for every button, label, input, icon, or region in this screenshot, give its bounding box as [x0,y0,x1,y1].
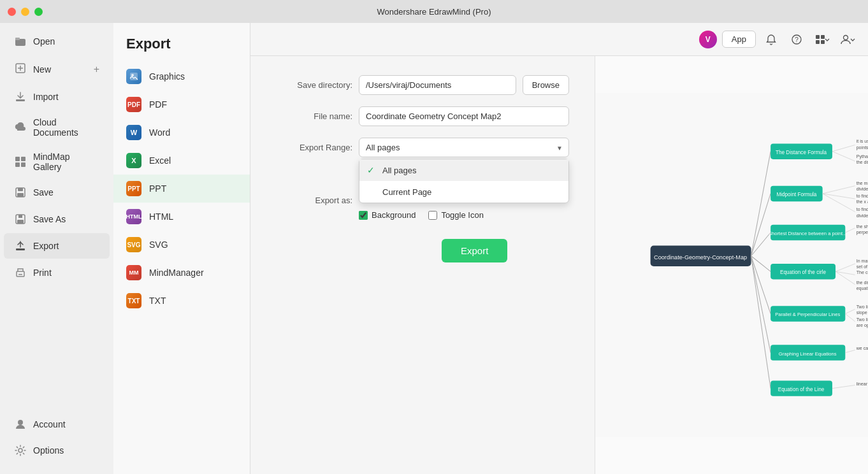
graphics-label: Graphics [149,71,185,82]
account-label: Account [33,419,66,429]
export-format-word[interactable]: W Word [113,118,250,147]
svg-text:Shortest Distance between a po: Shortest Distance between a point... [769,231,847,236]
titlebar: Wondershare EdrawMind (Pro) [0,0,868,23]
svg-rect-1 [15,38,20,40]
svg-text:the distance between two point: the distance between two points. [857,160,868,165]
close-button[interactable] [8,8,16,16]
svg-text:points on the coordinate plane: points on the coordinate plane [857,145,868,150]
toggle-icon-checkbox-item: Toggle Icon [428,210,484,220]
svg-label: SVG [149,240,168,250]
help-button[interactable]: ? [786,29,807,50]
save-directory-row: Save directory: Browse [276,75,569,95]
export-as-label: Export as: [276,196,352,205]
export-range-label: Export Range: [276,143,352,152]
svg-point-21 [131,74,134,76]
svg-text:divides the segment into two c: divides the segment into two congruent [857,187,868,192]
mindmanager-label: MindManager [149,268,204,278]
dropdown-all-pages[interactable]: ✓ All pages [359,159,568,181]
toggle-icon-checkbox[interactable] [428,211,437,220]
cloud-icon [14,121,27,134]
sidebar-item-print[interactable]: Print [4,260,110,285]
excel-format-icon: X [126,153,141,168]
html-label: HTML [149,212,173,222]
maximize-button[interactable] [34,8,43,16]
svg-text:linear equations can be writte: linear equations can be written in 3 for… [857,382,868,387]
svg-text:to find the midpoint of a line: to find the midpoint of a line, simply f… [857,194,868,199]
minimize-button[interactable] [21,8,29,16]
svg-text:Pythagorean Theorem can be use: Pythagorean Theorem can be used to find [857,154,868,159]
svg-text:perpendicular t...: perpendicular t... [857,230,868,235]
sidebar-item-save[interactable]: Save [4,180,110,205]
app-button[interactable]: App [722,31,756,48]
export-format-excel[interactable]: X Excel [113,147,250,175]
svg-text:to find the x coordinates  add: to find the x coordinates add the first [857,207,868,212]
word-format-icon: W [126,125,141,140]
sidebar-item-new[interactable]: New + [4,55,110,83]
txt-label: TXT [149,296,166,306]
export-format-mindmanager[interactable]: MM MindManager [113,259,250,287]
mindmanager-format-icon: MM [126,265,141,280]
export-format-graphics[interactable]: Graphics [113,62,250,90]
notification-button[interactable] [761,29,781,50]
mindmap-preview: Coordinate-Geometry-Concept-Map The Dist… [595,56,868,474]
export-format-txt[interactable]: TXT TXT [113,287,250,315]
save-label: Save [33,187,54,198]
svg-rect-11 [18,188,23,191]
svg-text:the distance formula is used t: the distance formula is used to find the [857,280,868,285]
user-menu-button[interactable] [837,29,858,50]
svg-format-icon: SVG [126,237,141,252]
pdf-format-icon: PDF [126,97,141,112]
export-button[interactable]: Export [442,239,507,262]
sidebar-item-cloud[interactable]: Cloud Documents [4,111,110,144]
svg-point-28 [843,35,848,40]
svg-text:Coordinate-Geometry-Concept-Ma: Coordinate-Geometry-Concept-Map [654,254,747,261]
svg-text:Two lines are parallel if they: Two lines are parallel if they have same [857,305,868,310]
svg-rect-24 [816,35,820,39]
svg-text:set of all points equidistant : set of all points equidistant from a fix… [857,264,868,269]
svg-text:the x and y coordinates of the: the x and y coordinates of the midpoint [857,199,868,205]
background-checkbox[interactable] [359,211,368,220]
sidebar-item-gallery[interactable]: MindMap Gallery [4,145,110,178]
new-icon [14,62,27,76]
sidebar-item-saveas[interactable]: Save As [4,206,110,232]
saveas-icon [14,213,27,226]
export-format-pdf[interactable]: PDF PDF [113,90,250,118]
print-label: Print [33,268,52,278]
sidebar-item-open[interactable]: Open [4,29,110,54]
excel-label: Excel [149,155,171,166]
print-icon [14,266,27,279]
cloud-label: Cloud Documents [33,117,99,138]
export-format-svg[interactable]: SVG SVG [113,231,250,259]
export-format-ppt[interactable]: PPT PPT [113,175,250,203]
export-form-area: Save directory: Browse File name: Export… [250,56,868,474]
svg-rect-12 [17,193,24,197]
sidebar-item-export[interactable]: Export [4,233,110,259]
file-name-input[interactable] [359,106,569,126]
export-range-select[interactable]: All pages Current Page [359,138,569,157]
svg-text:Equation of the Line: Equation of the Line [778,387,825,392]
grid-button[interactable] [812,29,832,50]
import-label: Import [33,92,59,102]
options-icon [14,444,27,457]
svg-rect-14 [17,220,24,224]
save-directory-input[interactable] [359,75,516,95]
pdf-label: PDF [149,99,167,110]
save-directory-label: Save directory: [276,80,352,90]
gallery-icon [14,155,27,168]
background-checkbox-item: Background [359,210,416,220]
svg-rect-5 [16,99,25,101]
export-format-html[interactable]: HTML HTML [113,203,250,231]
word-label: Word [149,127,170,138]
sidebar-item-account[interactable]: Account [4,412,110,437]
new-label: New [33,64,51,75]
svg-text:In mathematics , CIRCLE is def: In mathematics , CIRCLE is defined as th… [857,259,868,264]
sidebar-item-options[interactable]: Options [4,438,110,463]
dropdown-current-page[interactable]: ✓ Current Page [359,181,568,203]
svg-text:slope and differently y interc: slope and differently y intercep... [857,310,868,315]
account-icon [14,418,27,431]
svg-point-18 [18,420,23,425]
toggle-icon-label: Toggle Icon [441,210,484,220]
browse-button[interactable]: Browse [523,75,569,95]
app-title: Wondershare EdrawMind (Pro) [377,7,491,17]
sidebar-item-import[interactable]: Import [4,84,110,110]
